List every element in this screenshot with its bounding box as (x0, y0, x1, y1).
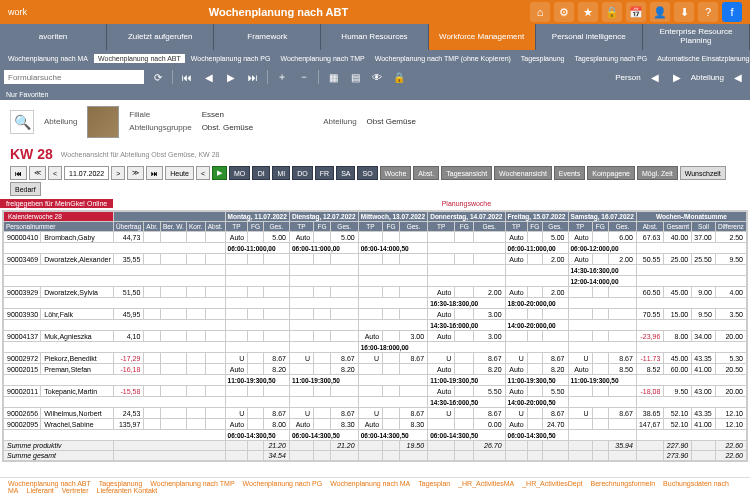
day-MI[interactable]: MI (272, 166, 290, 180)
footer-link[interactable]: Tagesplan (418, 480, 450, 487)
top-icon-2[interactable]: ★ (578, 2, 598, 22)
footer-link[interactable]: Wochenplanung nach MA (330, 480, 410, 487)
day-DO[interactable]: DO (292, 166, 313, 180)
next-icon[interactable]: ▶ (223, 69, 239, 85)
footer-link[interactable]: _HR_ActivitiesMA (458, 480, 514, 487)
nav-item-0[interactable]: avoriten (0, 24, 107, 50)
nav-item-6[interactable]: Enterprise Resource Planning (643, 24, 750, 50)
top-icon-3[interactable]: 🔒 (602, 2, 622, 22)
last-icon[interactable]: ⏭ (245, 69, 261, 85)
time-row: 06:00-11:000,0006:00-11:000,0006:00-14:0… (4, 243, 747, 254)
remove-icon[interactable]: － (296, 69, 312, 85)
time-row: 12:00-14:000,00 (4, 276, 747, 287)
nav-item-4[interactable]: Workforce Management (429, 24, 536, 50)
page-title: Wochenplanung nach ABT (27, 6, 530, 18)
view-btn-6[interactable]: Mögl. Zeit (637, 166, 678, 180)
table-row[interactable]: 90004137Muk,Agnieszka4,10Auto3.00Auto3.0… (4, 331, 747, 342)
date-field[interactable]: 11.07.2022 (64, 166, 109, 180)
time-row: 14:30-16:300,00 (4, 265, 747, 276)
play-button[interactable]: ▶ (212, 166, 227, 180)
date-nav[interactable]: > (111, 166, 125, 180)
view-btn-4[interactable]: Events (554, 166, 585, 180)
top-icon-6[interactable]: ⬇ (674, 2, 694, 22)
table-row[interactable]: 90002095Wrachel,Sabine135,97Auto8.00Auto… (4, 419, 747, 430)
view-icon[interactable]: 👁 (369, 69, 385, 85)
sub-tab-7[interactable]: Automatische Einsatzplanung (653, 54, 750, 63)
table-row[interactable]: 90003930Löhr,Falk45,95Auto3.0070.5515.00… (4, 309, 747, 320)
table-row[interactable]: 90003469Dworatzek,Alexander35,55Auto2.00… (4, 254, 747, 265)
table-row[interactable]: 90000410Brombach,Gaby44,73Auto5.00Auto5.… (4, 232, 747, 243)
gruppe-value: Obst. Gemüse (202, 122, 254, 135)
footer-link[interactable]: Tagesplanung (99, 480, 143, 487)
grid-icon[interactable]: ▦ (325, 69, 341, 85)
top-icon-8[interactable]: f (722, 2, 742, 22)
view-btn-5[interactable]: Kompagene (587, 166, 635, 180)
grid2-icon[interactable]: ▤ (347, 69, 363, 85)
filiale-label: Filiale (129, 109, 191, 122)
person-prev-icon[interactable]: ◀ (647, 69, 663, 85)
date-nav[interactable]: ≫ (127, 166, 144, 180)
time-row: 14:30-16:000,5014:00-20:000,50 (4, 397, 747, 408)
sub-tab-5[interactable]: Tagesplanung (517, 54, 569, 63)
day-DI[interactable]: DI (252, 166, 270, 180)
first-icon[interactable]: ⏮ (179, 69, 195, 85)
table-row[interactable]: 90002015Preman,Stefan-16,18Auto8.208.20A… (4, 364, 747, 375)
date-nav[interactable]: ⏮ (10, 166, 27, 180)
nav-item-1[interactable]: Zuletzt aufgerufen (107, 24, 214, 50)
view-btn-0[interactable]: Woche (380, 166, 412, 180)
top-icon-1[interactable]: ⚙ (554, 2, 574, 22)
top-icon-4[interactable]: 📅 (626, 2, 646, 22)
day-SA[interactable]: SA (336, 166, 355, 180)
search-input[interactable] (4, 70, 144, 84)
abt-prev-icon[interactable]: ◀ (730, 69, 746, 85)
footer-link[interactable]: Lieferanten Kontakt (97, 487, 158, 494)
table-row[interactable]: 90002011Tokepanic,Martin-15,58Auto5.50Au… (4, 386, 747, 397)
sub-tab-4[interactable]: Wochenplanung nach TMP (ohne Kopieren) (371, 54, 515, 63)
day-MO[interactable]: MO (229, 166, 250, 180)
footer-link[interactable]: Lieferant (27, 487, 54, 494)
sub-tab-1[interactable]: Wochenplanung nach ABT (94, 54, 185, 63)
lock2-icon[interactable]: 🔒 (391, 69, 407, 85)
date-nav[interactable]: ≪ (29, 166, 46, 180)
top-icon-7[interactable]: ? (698, 2, 718, 22)
sub-tab-6[interactable]: Tagesplanung nach PG (570, 54, 651, 63)
sub-tab-3[interactable]: Wochenplanung nach TMP (276, 54, 368, 63)
nav-item-5[interactable]: Personal intelligence (536, 24, 643, 50)
footer-link[interactable]: Wochenplanung nach ABT (8, 480, 91, 487)
day-FR[interactable]: FR (315, 166, 334, 180)
top-icon-0[interactable]: ⌂ (530, 2, 550, 22)
footer-link[interactable]: Wochenplanung nach PG (243, 480, 323, 487)
time-row: 16:30-18:300,0018:00-20:000,00 (4, 298, 747, 309)
abt2-label: Abteilung (323, 116, 356, 129)
footer-link[interactable]: _HR_ActivitiesDept (522, 480, 582, 487)
search-icon[interactable]: 🔍 (10, 110, 34, 134)
table-row[interactable]: 90002656Wilhelmus,Norbert24,53U8.67U8.67… (4, 408, 747, 419)
add-icon[interactable]: ＋ (274, 69, 290, 85)
today-button[interactable]: Heute (165, 166, 194, 180)
view-btn-2[interactable]: Tagesansicht (441, 166, 492, 180)
time-row: 11:00-19:300,5011:00-19:300,5011:00-19:3… (4, 375, 747, 386)
footer-link[interactable]: Vertreter (62, 487, 89, 494)
nav-item-3[interactable]: Human Resources (321, 24, 428, 50)
refresh-icon[interactable]: ⟳ (150, 69, 166, 85)
top-icon-5[interactable]: 👤 (650, 2, 670, 22)
view-btn-7[interactable]: Wunschzeit (680, 166, 726, 180)
filiale-value: Essen (202, 109, 254, 122)
nav-item-2[interactable]: Framework (214, 24, 321, 50)
sub-tab-2[interactable]: Wochenplanung nach PG (187, 54, 275, 63)
fav-label[interactable]: Nur Favoriten (6, 91, 48, 98)
table-row[interactable]: 90002972Piekorz,Benedikt-17,29U8.67U8.67… (4, 353, 747, 364)
nav[interactable]: < (196, 166, 210, 180)
day-SO[interactable]: SO (357, 166, 377, 180)
person-next-icon[interactable]: ▶ (669, 69, 685, 85)
footer-link[interactable]: Wochenplanung nach TMP (150, 480, 234, 487)
date-nav[interactable]: < (48, 166, 62, 180)
view-btn-3[interactable]: Wochenansicht (494, 166, 552, 180)
date-nav[interactable]: ⏭ (146, 166, 163, 180)
view-btn-1[interactable]: Abst. (413, 166, 439, 180)
view-btn-8[interactable]: Bedarf (10, 182, 41, 196)
prev-icon[interactable]: ◀ (201, 69, 217, 85)
sub-tab-0[interactable]: Wochenplanung nach MA (4, 54, 92, 63)
footer-link[interactable]: Berechnungsformeln (591, 480, 656, 487)
table-row[interactable]: 90003929Dworatzek,Sylvia51,50Auto2.00Aut… (4, 287, 747, 298)
